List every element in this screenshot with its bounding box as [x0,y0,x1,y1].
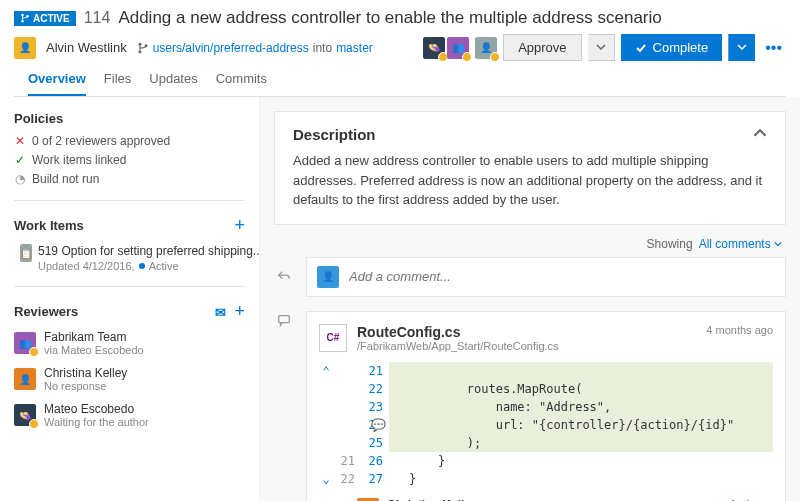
pr-title: Adding a new address controller to enabl… [118,8,661,28]
avatar: 👥 [14,332,36,354]
avatar: 👒 [14,404,36,426]
reviewer-row[interactable]: 👤 Christina KelleyNo response [14,366,245,392]
comment-author: Christina Kelley [387,498,478,502]
status-badge: ACTIVE [14,11,76,26]
file-path: /FabrikamWeb/App_Start/RouteConfig.cs [357,340,559,352]
source-branch-link[interactable]: users/alvin/preferred-address [153,41,309,55]
reviewer-row[interactable]: 👥 Fabrikam Teamvia Mateo Escobedo [14,330,245,356]
tab-files[interactable]: Files [104,65,131,96]
reviewer-avatar-group: 👒 👥 [423,37,469,59]
expand-down-icon[interactable]: ⌄ [319,470,333,488]
workitems-heading: Work Items [14,218,84,233]
policy-item: ✓Work items linked [14,153,245,167]
svg-point-4 [138,50,141,53]
tab-overview[interactable]: Overview [28,65,86,96]
complete-button[interactable]: Complete [621,34,723,61]
current-user-avatar: 👤 [317,266,339,288]
policy-item: ◔Build not run [14,172,245,186]
avatar[interactable]: 👒 [423,37,445,59]
approve-dropdown[interactable] [588,34,615,61]
check-icon: ✓ [14,154,26,166]
approve-button[interactable]: Approve [503,34,581,61]
collapse-button[interactable] [753,126,767,143]
csharp-file-icon: C# [319,324,347,352]
tab-updates[interactable]: Updates [149,65,197,96]
add-reviewer-button[interactable]: + [234,301,245,321]
file-time: 4 months ago [706,324,773,336]
file-thread-card: C# RouteConfig.cs /FabrikamWeb/App_Start… [306,311,786,502]
comment-row: 👤 Christina Kelley 8/12/2016 Active I th… [319,488,773,502]
comment-filter: Showing All comments [274,237,786,251]
svg-rect-6 [279,315,290,322]
chevron-down-icon [774,240,782,248]
branch-icon [137,42,149,54]
author-name: Alvin Westlink [46,40,127,55]
avatar: 👤 [357,498,379,502]
reviewer-row[interactable]: 👒 Mateo EscobedoWaiting for the author [14,402,245,428]
more-button[interactable]: ••• [761,39,786,57]
tab-commits[interactable]: Commits [216,65,267,96]
avatar[interactable]: 👥 [447,37,469,59]
svg-point-1 [21,20,24,23]
add-comment-box[interactable]: 👤 [306,257,786,297]
svg-point-0 [21,14,24,17]
add-workitem-button[interactable]: + [234,215,245,236]
comment-icon[interactable] [277,313,291,327]
chevron-up-icon [753,126,767,140]
chevron-down-icon [596,42,606,52]
avatar[interactable]: 👤 [475,37,497,59]
workitem-type-icon: 📋 [20,244,32,262]
policies-heading: Policies [14,111,245,126]
description-body: Added a new address controller to enable… [293,151,767,210]
clock-icon: ◔ [14,173,26,185]
description-card: Description Added a new address controll… [274,111,786,225]
avatar: 👤 [14,368,36,390]
comment-status-dropdown[interactable]: Active [729,498,773,502]
comment-input[interactable] [349,269,775,284]
pr-id: 114 [84,9,111,27]
check-icon [635,42,647,54]
target-branch-link[interactable]: master [336,41,373,55]
x-icon: ✕ [14,135,26,147]
reply-icon[interactable] [277,269,291,283]
svg-point-3 [138,42,141,45]
file-name[interactable]: RouteConfig.cs [357,324,559,340]
code-diff: ⌃ ⌄ 2122 21222324252627 [319,362,773,488]
complete-dropdown[interactable] [728,34,755,61]
inline-comment-icon[interactable]: 💬 [371,416,386,434]
into-label: into [313,41,332,55]
description-heading: Description [293,126,376,143]
branch-icon [20,13,30,23]
author-avatar: 👤 [14,37,36,59]
comment-filter-link[interactable]: All comments [699,237,782,251]
policy-item: ✕0 of 2 reviewers approved [14,134,245,148]
mail-reviewers-button[interactable]: ✉ [215,305,226,320]
reviewers-heading: Reviewers [14,304,78,319]
chevron-down-icon [737,42,747,52]
expand-up-icon[interactable]: ⌃ [319,362,333,380]
workitem-row[interactable]: 📋 519 Option for setting preferred shipp… [14,244,245,272]
